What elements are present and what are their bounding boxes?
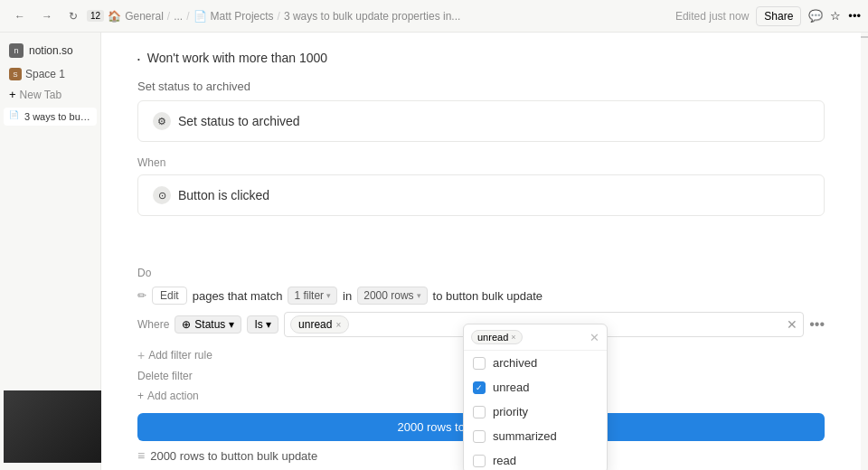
filter-clear-icon[interactable]: ✕ xyxy=(787,317,797,332)
status-circle-icon: ⊕ xyxy=(182,318,191,331)
breadcrumb-doc[interactable]: 3 ways to bulk update properties in... xyxy=(284,10,460,23)
tab-bar: ← → ↻ 12 xyxy=(7,7,104,25)
dropdown-item-label-priority: priority xyxy=(493,405,528,418)
camera-feed xyxy=(4,390,105,463)
button-clicked-text: Button is clicked xyxy=(178,188,269,202)
to-text: to button bulk update xyxy=(433,289,542,303)
status-dropdown: unread × ✕ archived✓unreadprioritysummar… xyxy=(463,324,608,470)
card-gear-icon: ⚙ xyxy=(153,112,171,130)
do-label: Do xyxy=(137,267,825,279)
home-icon: 🏠 xyxy=(108,10,121,23)
rows-count-chip[interactable]: 2000 rows ▾ xyxy=(357,287,427,305)
dropdown-items-list: archived✓unreadprioritysummarizedread xyxy=(464,351,607,470)
chip-arrow-icon: ▾ xyxy=(326,291,331,300)
checkmark-icon: ✓ xyxy=(476,383,483,392)
more-icon[interactable]: ••• xyxy=(848,9,861,23)
dropdown-item-label-archived: archived xyxy=(493,356,537,370)
dropdown-item-read[interactable]: read xyxy=(464,448,607,470)
sidebar: n notion.so S Space 1 + New Tab 📄 3 ways… xyxy=(0,33,101,470)
dropdown-clear-icon[interactable]: ✕ xyxy=(590,331,599,344)
tab-nav-forward[interactable]: → xyxy=(34,7,60,25)
dropdown-overlay: unread × ✕ archived✓unreadprioritysummar… xyxy=(463,324,608,470)
dropdown-tag-text: unread xyxy=(477,332,508,343)
top-bar-left: ← → ↻ 12 🏠 General / ... / 📄 Matt Projec… xyxy=(7,7,672,25)
status-arrow-icon: ▾ xyxy=(229,318,234,331)
when-card-header: ⊙ Button is clicked xyxy=(153,186,809,204)
add-filter-label: Add filter rule xyxy=(148,349,212,362)
status-chip[interactable]: ⊕ Status ▾ xyxy=(175,315,241,334)
filter-tag-unread: unread × xyxy=(290,315,349,334)
filter-tag-remove[interactable]: × xyxy=(335,320,341,330)
dropdown-item-label-summarized: summarized xyxy=(493,429,557,443)
pages-match-text: pages that match xyxy=(193,289,283,303)
checkbox-priority xyxy=(473,406,486,418)
filter-count-chip[interactable]: 1 filter ▾ xyxy=(288,287,337,305)
dropdown-item-unread[interactable]: ✓unread xyxy=(464,375,607,400)
when-icon: ⊙ xyxy=(153,186,171,204)
add-filter-plus-icon: + xyxy=(137,348,145,362)
space-icon: S xyxy=(9,68,22,80)
breadcrumb: 🏠 General / ... / 📄 Matt Projects / 3 wa… xyxy=(108,10,460,23)
edit-row: ✏ Edit pages that match 1 filter ▾ in 20… xyxy=(137,287,825,305)
dropdown-search-row: unread × ✕ xyxy=(464,324,607,351)
tab-refresh[interactable]: ↻ xyxy=(61,7,85,25)
bullet-item-1: • Won't work with more than 1000 xyxy=(137,51,825,65)
rows-footer-icon: ≡ xyxy=(137,448,145,463)
top-bar: ← → ↻ 12 🏠 General / ... / 📄 Matt Projec… xyxy=(0,0,868,33)
dropdown-item-label-unread: unread xyxy=(493,381,529,394)
doc-icon: 📄 xyxy=(193,10,207,23)
checkbox-unread: ✓ xyxy=(473,381,486,394)
star-icon[interactable]: ☆ xyxy=(830,9,841,23)
sidebar-space1[interactable]: S Space 1 xyxy=(4,65,97,83)
new-tab-label: New Tab xyxy=(20,89,61,101)
is-chip[interactable]: Is ▾ xyxy=(247,315,278,334)
sidebar-workspace[interactable]: n notion.so xyxy=(4,40,97,61)
breadcrumb-home[interactable]: General xyxy=(125,10,164,23)
main-layout: n notion.so S Space 1 + New Tab 📄 3 ways… xyxy=(0,33,868,470)
active-doc-label: 3 ways to bulk update p... xyxy=(24,111,91,122)
new-tab-item[interactable]: + New Tab xyxy=(4,85,97,104)
checkbox-archived xyxy=(473,357,486,370)
share-button[interactable]: Share xyxy=(756,6,801,26)
active-doc-item[interactable]: 📄 3 ways to bulk update p... xyxy=(4,108,97,126)
in-text: in xyxy=(343,289,352,303)
pencil-icon: ✏ xyxy=(137,289,146,302)
dropdown-item-priority[interactable]: priority xyxy=(464,400,607,424)
breadcrumb-ellipsis[interactable]: ... xyxy=(174,10,183,23)
dropdown-item-summarized[interactable]: summarized xyxy=(464,424,607,448)
rows-chip-arrow: ▾ xyxy=(417,291,421,300)
dropdown-tag: unread × xyxy=(471,330,523,344)
dropdown-item-archived[interactable]: archived xyxy=(464,351,607,375)
content-area: • Won't work with more than 1000 Set sta… xyxy=(101,33,861,470)
plus-icon: + xyxy=(9,88,16,101)
breadcrumb-project[interactable]: Matt Projects xyxy=(211,10,274,23)
bullet-icon: • xyxy=(137,55,140,63)
more-options-button[interactable]: ••• xyxy=(809,316,825,333)
tab-nav-back[interactable]: ← xyxy=(7,7,33,25)
is-text: Is xyxy=(254,318,262,331)
bullet-text-1: Won't work with more than 1000 xyxy=(147,51,327,65)
section-heading-1: Set status to archived xyxy=(137,80,825,93)
checkbox-read xyxy=(473,455,486,467)
card-title: Set status to archived xyxy=(178,114,300,128)
edit-button[interactable]: Edit xyxy=(152,287,187,305)
dropdown-tag-remove[interactable]: × xyxy=(511,333,515,342)
scrollbar[interactable] xyxy=(861,33,868,470)
card-header: ⚙ Set status to archived xyxy=(153,112,809,130)
is-arrow-icon: ▾ xyxy=(266,318,271,331)
rows-footer-text: 2000 rows to button bulk update xyxy=(150,449,317,463)
where-label: Where xyxy=(137,318,169,331)
comment-icon[interactable]: 💬 xyxy=(808,9,823,23)
when-card: ⊙ Button is clicked xyxy=(137,174,825,216)
camera-box xyxy=(4,390,105,463)
set-status-card: ⚙ Set status to archived xyxy=(137,100,825,142)
workspace-name: notion.so xyxy=(29,44,73,57)
add-action-plus-icon: + xyxy=(137,390,144,402)
space-label: Space 1 xyxy=(25,68,65,80)
active-doc-icon: 📄 xyxy=(9,110,19,123)
nav-counter: 12 xyxy=(87,10,104,22)
top-bar-right: Edited just now Share 💬 ☆ ••• xyxy=(675,6,861,26)
filter-tag-label: unread xyxy=(298,318,332,331)
dropdown-item-label-read: read xyxy=(493,454,516,467)
dropdown-search-input[interactable] xyxy=(526,331,586,343)
